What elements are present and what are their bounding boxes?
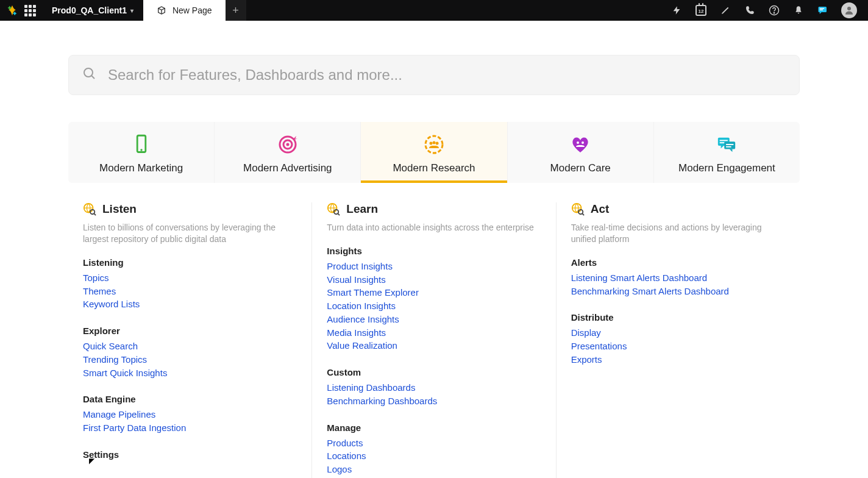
link-exports[interactable]: Exports [571,353,788,366]
link-trending-topics[interactable]: Trending Topics [83,353,299,366]
link-product-insights[interactable]: Product Insights [327,260,543,273]
group-data-engine: Data Engine Manage Pipelines First Party… [83,394,299,435]
group-title: Manage [327,423,543,433]
link-benchmarking-dashboards[interactable]: Benchmarking Dashboards [327,394,543,408]
svg-line-26 [94,213,96,215]
column-title: Act [591,202,610,216]
link-presentations[interactable]: Presentations [571,340,788,353]
feature-columns: Listen Listen to billions of conversatio… [68,202,800,478]
link-manage-pipelines[interactable]: Manage Pipelines [83,408,299,421]
svg-point-4 [847,7,851,10]
tab-modern-care[interactable]: Modern Care [508,122,654,183]
cursor-icon: ◤ [89,457,94,465]
svg-line-29 [338,213,340,215]
search-icon [82,66,97,84]
client-name-label: Prod0_QA_Client1 [52,5,127,15]
tab-label: New Page [173,5,212,15]
globe-search-icon [327,202,340,216]
tab-modern-engagement[interactable]: Modern Engagement [654,122,800,183]
link-smart-theme-explorer[interactable]: Smart Theme Explorer [327,286,543,299]
tab-modern-marketing[interactable]: Modern Marketing [68,122,215,183]
group-manage: Manage Products Locations Logos [327,423,543,476]
svg-point-8 [140,149,142,151]
column-act: Act Take real-time decisions and actions… [556,202,800,478]
group-title: Data Engine [83,394,299,404]
globe-search-icon [571,202,585,216]
search-input[interactable] [108,66,786,84]
app-launcher-icon[interactable] [24,5,36,16]
link-listening-smart-alerts-dashboard[interactable]: Listening Smart Alerts Dashboard [571,271,788,285]
group-custom: Custom Listening Dashboards Benchmarking… [327,367,543,408]
svg-point-5 [84,68,93,77]
client-selector[interactable]: Prod0_QA_Client1 ▾ [42,5,143,15]
sprinklr-logo-icon[interactable] [6,4,18,16]
svg-point-14 [436,142,439,145]
svg-rect-22 [726,144,733,145]
calendar-icon[interactable]: 12 [695,4,707,16]
link-benchmarking-smart-alerts-dashboard[interactable]: Benchmarking Smart Alerts Dashboard [571,285,788,298]
link-themes[interactable]: Themes [83,285,299,298]
link-quick-search[interactable]: Quick Search [83,340,299,353]
column-desc: Turn data into actionable insights acros… [327,222,543,234]
top-bar-right: 12 [671,0,868,21]
chat-icon[interactable] [817,4,829,16]
column-title: Listen [102,202,137,216]
group-alerts: Alerts Listening Smart Alerts Dashboard … [571,257,788,298]
group-distribute: Distribute Display Presentations Exports [571,312,788,366]
group-title: Settings [83,449,299,460]
group-title: Custom [327,367,543,377]
pencil-icon[interactable] [719,4,731,16]
phone-device-icon [131,134,152,155]
link-products[interactable]: Products [327,437,543,450]
help-icon[interactable] [768,4,780,16]
svg-point-15 [433,141,436,144]
globe-search-icon [83,202,96,216]
svg-line-6 [91,76,94,79]
category-label: Modern Care [550,162,611,174]
link-visual-insights[interactable]: Visual Insights [327,273,543,287]
link-topics[interactable]: Topics [83,271,299,285]
group-settings: Settings [83,449,299,460]
link-audience-insights[interactable]: Audience Insights [327,313,543,326]
tab-modern-advertising[interactable]: Modern Advertising [215,122,361,183]
link-value-realization[interactable]: Value Realization [327,339,543,352]
group-listening: Listening Topics Themes Keyword Lists [83,257,299,311]
svg-point-17 [582,141,584,144]
svg-rect-2 [820,8,825,9]
svg-rect-19 [720,140,728,141]
link-media-insights[interactable]: Media Insights [327,326,543,340]
add-tab-button[interactable]: + [226,0,246,21]
category-label: Modern Research [393,162,475,174]
top-bar-left: Prod0_QA_Client1 ▾ [0,0,143,21]
link-smart-quick-insights[interactable]: Smart Quick Insights [83,366,299,380]
column-desc: Take real-time decisions and actions by … [571,222,788,245]
search-box[interactable] [68,55,800,95]
link-logos[interactable]: Logos [327,463,543,476]
svg-rect-23 [726,146,731,148]
phone-icon[interactable] [744,4,756,16]
chevron-down-icon: ▾ [130,7,133,14]
group-title: Distribute [571,312,788,323]
user-avatar[interactable] [841,2,857,18]
link-keyword-lists[interactable]: Keyword Lists [83,298,299,311]
svg-point-13 [430,142,433,145]
bolt-icon[interactable] [671,4,683,16]
top-bar: Prod0_QA_Client1 ▾ New Page + 12 [0,0,868,21]
svg-point-11 [286,143,289,146]
target-icon [277,134,298,155]
chat-bubbles-icon [716,134,737,155]
svg-point-12 [425,136,443,153]
tab-strip: New Page + [143,0,246,21]
tab-new-page[interactable]: New Page [143,0,226,21]
heart-people-icon [570,134,591,155]
column-desc: Listen to billions of conversations by l… [83,222,299,245]
group-insights: Insights Product Insights Visual Insight… [327,246,543,352]
link-location-insights[interactable]: Location Insights [327,299,543,313]
category-label: Modern Engagement [678,162,775,174]
link-first-party-data-ingestion[interactable]: First Party Data Ingestion [83,421,299,435]
link-display[interactable]: Display [571,326,788,340]
link-listening-dashboards[interactable]: Listening Dashboards [327,381,543,394]
link-locations[interactable]: Locations [327,449,543,463]
bell-icon[interactable] [792,4,805,16]
tab-modern-research[interactable]: Modern Research [361,122,507,183]
